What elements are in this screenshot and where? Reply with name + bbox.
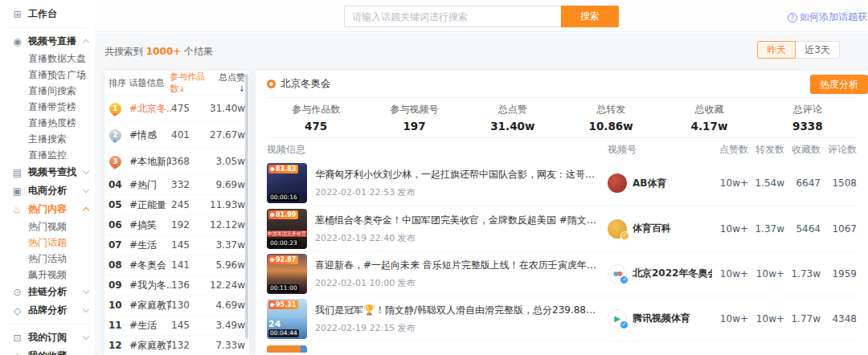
sidebar-subitem-live-preview-plaza[interactable]: 直播预告广场 <box>0 67 95 83</box>
sidebar-subitem-hot-activities[interactable]: 热门活动 <box>0 251 95 267</box>
video-thumbnail[interactable]: 81.99中国军团完美收官00:00:23 <box>267 209 307 249</box>
toggle-yesterday[interactable]: 昨天 <box>757 41 796 59</box>
topic-works-count: 132 <box>171 340 210 351</box>
video-favorites-count: 6647 <box>784 178 821 189</box>
sidebar-subitem-hot-videos[interactable]: 热门视频 <box>0 218 95 235</box>
stat-favorites: 总收藏 4.17w <box>660 103 758 133</box>
scrollbar-thumb[interactable] <box>245 74 248 339</box>
topic-row[interactable]: 11#生活1453.49w <box>104 315 249 335</box>
heat-analysis-button[interactable]: 热度分析 <box>810 75 868 94</box>
topic-row[interactable]: 3#本地新闻3683.05w <box>104 148 249 174</box>
video-account[interactable]: AB体育 <box>608 173 712 193</box>
sidebar-divider <box>8 27 87 28</box>
sidebar-item-video-live[interactable]: ◉视频号直播 <box>0 32 95 51</box>
video-row[interactable]: 92.8700:11:00喜迎新春，#一起向未来 音乐短片完整版上线！在农历壬寅… <box>267 251 857 296</box>
topic-row[interactable]: 05#正能量24511.93w <box>104 194 249 214</box>
stat-label: 总评论 <box>759 103 857 116</box>
sidebar-item-my-subscriptions[interactable]: ⊡我的订阅 <box>0 328 95 347</box>
topic-works-count: 136 <box>171 280 210 291</box>
sidebar-subitem-live-room-search[interactable]: 直播间搜索 <box>0 83 95 99</box>
sidebar-nav: ⊞工作台◉视频号直播直播数据大盘直播预告广场直播间搜索直播带货榜直播热度榜主播搜… <box>0 0 95 355</box>
thumbnail-corner-text: 24 <box>268 319 280 329</box>
sidebar-subitem-anchor-search[interactable]: 主播搜索 <box>0 131 95 147</box>
bronze-medal-icon: 3 <box>109 156 121 168</box>
sidebar-item-brand-analysis[interactable]: ◇品牌分析 <box>0 301 95 320</box>
header-share-count: 转发数 <box>748 143 784 157</box>
video-account[interactable]: ✓北京2022年冬奥会 <box>608 264 712 284</box>
heat-score-badge: 83.83 <box>268 165 298 173</box>
topic-row[interactable]: 1#北京冬...47531.40w <box>104 95 249 121</box>
sidebar-subitem-live-goods-rank[interactable]: 直播带货榜 <box>0 99 95 115</box>
topic-row[interactable]: 2#情感40127.67w <box>104 121 249 148</box>
video-rows: 83.8300:00:16华裔匈牙利小伙刘少林，一起扛旗还帮中国队合影，网友：这… <box>267 161 857 341</box>
chevron-down-icon <box>83 168 89 174</box>
header-favorite-count: 收藏数 <box>784 143 821 157</box>
topic-row[interactable]: 10#家庭教育1304.69w <box>104 295 249 315</box>
search-input[interactable] <box>344 6 561 27</box>
video-row[interactable]: 81.99中国军团完美收官00:00:23葱桶组合冬奥夺金！中国军团完美收官，金… <box>267 206 857 251</box>
avatar: ✓ <box>608 219 627 239</box>
heat-score-badge: 95.31 <box>268 300 298 309</box>
topic-row[interactable]: 12#家庭教育1327.33w <box>104 335 249 355</box>
video-shares-count: 10w+ <box>748 313 784 324</box>
sidebar-item-my-favorites[interactable]: ☆我的收藏 <box>0 347 95 355</box>
sidebar-item-account-find[interactable]: ▤视频号查找 <box>0 163 95 182</box>
heat-score: 81.99 <box>276 211 296 218</box>
video-duration: 00:11:00 <box>268 284 299 292</box>
stat-value: 31.40w <box>464 120 562 133</box>
result-prefix: 共搜索到 <box>104 46 143 57</box>
video-row[interactable]: 83.8300:00:16华裔匈牙利小伙刘少林，一起扛旗还帮中国队合影，网友：这… <box>267 161 857 206</box>
topic-row[interactable]: 06#搞笑19212.12w <box>104 214 249 235</box>
verified-badge-icon: ✓ <box>620 231 629 240</box>
header-works-sort[interactable]: 参与作品数↓ <box>170 71 214 95</box>
topic-name: #搞笑 <box>129 218 171 232</box>
sidebar-subitem-rising-videos[interactable]: 飙升视频 <box>0 267 95 283</box>
topic-likes-count: 3.49w <box>210 320 245 331</box>
topic-likes-count: 4.69w <box>210 300 245 311</box>
help-link[interactable]: ? 如何添加话题获得 <box>788 10 868 24</box>
chevron-up-icon <box>83 39 89 46</box>
video-account[interactable]: ✓腾讯视频体育 <box>608 309 712 328</box>
header-topic-info: 话题信息 <box>129 77 170 89</box>
video-thumbnail[interactable]: 83.8300:00:16 <box>267 163 307 203</box>
topic-row[interactable]: 08#冬奥会1415.96w <box>104 255 249 275</box>
chevron-down-icon <box>83 288 89 294</box>
sidebar-subitem-hot-topics[interactable]: 热门话题 <box>0 235 95 251</box>
cart-icon: ▣ <box>11 186 23 197</box>
sidebar-subitem-live-data-dashboard[interactable]: 直播数据大盘 <box>0 51 95 67</box>
sidebar-item-ecommerce-analysis[interactable]: ▣电商分析 <box>0 182 95 200</box>
topbar: 搜索 ? 如何添加话题获得 <box>95 0 868 32</box>
video-favorites-count: 1.73w <box>784 268 821 280</box>
topic-name: #我为冬... <box>129 279 171 292</box>
chevron-down-icon <box>83 306 89 312</box>
result-count: 1000+ <box>146 46 181 57</box>
heat-score: 92.87 <box>276 256 296 263</box>
header-likes-sort[interactable]: 总点赞↓ <box>214 71 245 94</box>
sidebar-item-workbench[interactable]: ⊞工作台 <box>0 5 95 23</box>
video-thumbnail[interactable]: 95.312400:04:44 <box>267 299 307 339</box>
silver-medal-icon: 2 <box>109 129 121 141</box>
topic-row[interactable]: 04#热门3329.69w <box>104 174 249 194</box>
sidebar-subitem-live-monitor[interactable]: 直播监控 <box>0 147 95 163</box>
verified-badge-icon: ✓ <box>620 275 628 284</box>
topic-row[interactable]: 09#我为冬...13612.24w <box>104 275 249 295</box>
sidebar-item-label: 我的收藏 <box>28 349 67 355</box>
sidebar-subitem-live-heat-rank[interactable]: 直播热度榜 <box>0 115 95 131</box>
sidebar-item-hot-content[interactable]: ♨热门内容 <box>0 200 95 218</box>
result-count-bar: 共搜索到 1000+ 个结果 <box>104 45 213 59</box>
video-row[interactable]: 95.312400:04:44我们是冠军🏆！隋文静/韩聪双人滑自由滑完整版，总分… <box>267 296 857 341</box>
video-thumbnail[interactable] <box>267 345 307 353</box>
gold-medal-icon: 1 <box>109 103 121 115</box>
video-shares-count: 10w+ <box>748 268 784 280</box>
sidebar-item-link-analysis[interactable]: ⊙挂链分析 <box>0 283 95 301</box>
video-account[interactable]: ✓体育百科 <box>608 219 712 239</box>
video-thumbnail[interactable]: 92.8700:11:00 <box>267 254 307 294</box>
toggle-last3days[interactable]: 近3天 <box>796 41 840 59</box>
topic-table-header: 排序 话题信息 参与作品数↓ 总点赞↓ <box>104 71 249 95</box>
avatar <box>608 173 627 193</box>
sidebar-item-label: 电商分析 <box>28 184 67 198</box>
search-button[interactable]: 搜索 <box>561 6 619 27</box>
topic-row[interactable]: 07#生活1453.37w <box>104 235 249 255</box>
sidebar-item-label: 热门内容 <box>28 202 67 216</box>
chevron-down-icon <box>83 333 89 340</box>
